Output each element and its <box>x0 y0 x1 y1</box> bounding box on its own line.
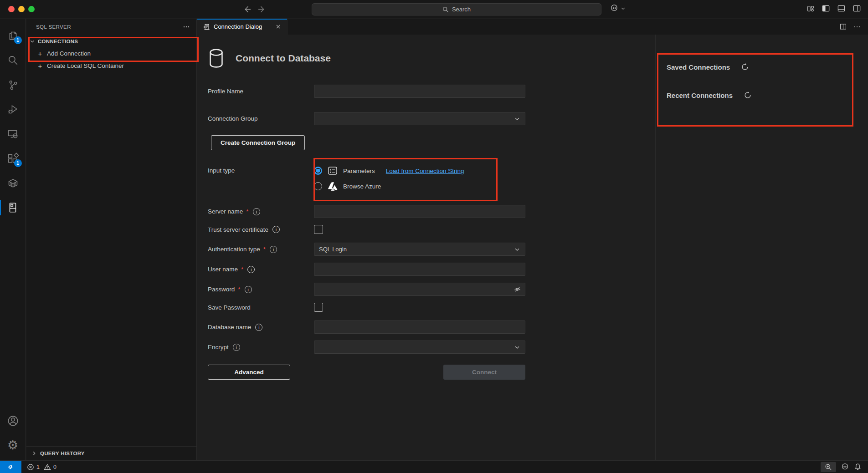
navigate-forward-icon[interactable] <box>256 4 267 15</box>
browse-azure-option-label[interactable]: Browse Azure <box>343 183 381 190</box>
authentication-type-dropdown[interactable]: SQL Login <box>314 243 525 256</box>
connection-dialog-tab-icon <box>203 23 210 31</box>
activity-explorer[interactable]: 1 <box>0 23 26 48</box>
problems-indicator[interactable]: 1 0 <box>27 463 56 471</box>
add-icon: + <box>37 62 43 70</box>
connections-section-header[interactable]: CONNECTIONS <box>26 35 196 47</box>
info-icon[interactable]: i <box>270 246 277 253</box>
info-icon[interactable]: i <box>253 208 260 215</box>
create-connection-group-button[interactable]: Create Connection Group <box>211 135 305 150</box>
zoom-status-button[interactable] <box>821 462 836 472</box>
password-input[interactable] <box>314 283 525 296</box>
password-label: Password <box>208 286 235 293</box>
activity-run-debug[interactable] <box>0 97 26 122</box>
parameters-option-label[interactable]: Parameters <box>343 168 375 174</box>
chevron-down-icon <box>514 344 520 351</box>
required-marker: * <box>246 208 248 215</box>
browse-azure-radio[interactable] <box>314 182 322 190</box>
saved-connections-title: Saved Connections <box>667 63 730 71</box>
toggle-panel-icon[interactable] <box>837 4 846 13</box>
zoom-window-button[interactable] <box>28 6 35 12</box>
activity-source-control[interactable] <box>0 72 26 97</box>
recent-connections-title: Recent Connections <box>667 92 733 99</box>
close-icon[interactable] <box>273 22 282 31</box>
add-connection-item[interactable]: + Add Connection <box>26 47 196 60</box>
minimize-window-button[interactable] <box>18 6 25 12</box>
copilot-status-icon[interactable] <box>841 463 849 471</box>
parameters-radio[interactable] <box>314 167 322 175</box>
save-password-checkbox[interactable] <box>314 303 323 312</box>
info-icon[interactable]: i <box>245 286 252 293</box>
database-name-input[interactable] <box>314 320 525 334</box>
user-name-label: User name <box>208 266 238 273</box>
server-name-label: Server name <box>208 208 243 215</box>
required-marker: * <box>263 246 266 253</box>
info-icon[interactable]: i <box>272 226 280 233</box>
navigate-back-icon[interactable] <box>241 4 252 15</box>
refresh-icon[interactable] <box>741 63 749 71</box>
copilot-menu-button[interactable] <box>610 4 626 13</box>
more-actions-icon[interactable] <box>853 23 861 31</box>
connection-group-label: Connection Group <box>208 115 258 122</box>
trust-server-certificate-label: Trust server certificate <box>208 226 268 233</box>
account-icon <box>7 415 19 427</box>
sql-server-icon <box>7 202 19 214</box>
input-type-label: Input type <box>208 167 235 174</box>
tab-label: Connection Dialog <box>214 23 262 30</box>
warning-count: 0 <box>53 464 56 470</box>
search-icon <box>442 6 449 13</box>
parameters-icon <box>328 166 338 175</box>
accounts-button[interactable] <box>0 408 26 433</box>
activity-extensions[interactable]: 1 <box>0 146 26 171</box>
debug-icon <box>7 104 19 115</box>
connection-dialog-webview: Connect to Database Profile Name Connect… <box>197 35 868 460</box>
error-count: 1 <box>36 464 40 470</box>
connection-group-dropdown[interactable] <box>314 112 525 125</box>
profile-name-input[interactable] <box>314 85 525 98</box>
query-history-section-header[interactable]: QUERY HISTORY <box>26 446 196 460</box>
activity-bar: 1 1 <box>0 19 26 460</box>
info-icon[interactable]: i <box>233 344 240 351</box>
required-marker: * <box>238 286 240 293</box>
activity-search[interactable] <box>0 48 26 72</box>
load-from-connection-string-link[interactable]: Load from Connection String <box>386 168 464 174</box>
sidebar-title: SQL SERVER <box>36 24 71 30</box>
notifications-bell-icon[interactable] <box>854 463 862 471</box>
split-editor-icon[interactable] <box>839 23 847 31</box>
activity-sql-server[interactable] <box>0 195 26 220</box>
customize-layout-icon[interactable] <box>806 4 815 13</box>
close-window-button[interactable] <box>8 6 15 12</box>
command-center-search[interactable]: Search <box>312 3 601 15</box>
editor-group: Connection Dialog <box>197 19 868 460</box>
user-name-input[interactable] <box>314 263 525 276</box>
server-name-input[interactable] <box>314 205 525 218</box>
remote-indicator[interactable] <box>0 461 21 473</box>
create-local-sql-container-item[interactable]: + Create Local SQL Container <box>26 60 196 72</box>
connect-button[interactable]: Connect <box>443 365 525 380</box>
toggle-primary-sidebar-icon[interactable] <box>821 4 831 13</box>
info-icon[interactable]: i <box>247 266 255 273</box>
settings-button[interactable]: ⚙ <box>0 433 26 458</box>
refresh-icon[interactable] <box>744 91 752 99</box>
encrypt-dropdown[interactable] <box>314 341 525 354</box>
trust-server-certificate-checkbox[interactable] <box>314 225 323 234</box>
remote-explorer-icon <box>7 128 19 140</box>
explorer-badge: 1 <box>14 36 22 44</box>
more-actions-icon[interactable] <box>183 23 190 31</box>
toggle-secondary-sidebar-icon[interactable] <box>852 4 862 13</box>
info-icon[interactable]: i <box>255 324 262 331</box>
container-icon <box>7 177 19 189</box>
tab-connection-dialog[interactable]: Connection Dialog <box>197 19 288 35</box>
profile-name-label: Profile Name <box>208 88 243 95</box>
toggle-password-visibility-icon[interactable] <box>514 285 521 293</box>
required-marker: * <box>241 266 243 273</box>
encrypt-label: Encrypt <box>208 344 229 351</box>
search-icon <box>7 54 19 66</box>
error-icon <box>27 463 34 471</box>
title-bar: Search <box>0 0 868 18</box>
extensions-badge: 1 <box>14 159 22 167</box>
advanced-button[interactable]: Advanced <box>208 365 290 380</box>
chevron-down-icon <box>514 116 520 122</box>
activity-containers[interactable] <box>0 171 26 195</box>
activity-remote-explorer[interactable] <box>0 122 26 146</box>
